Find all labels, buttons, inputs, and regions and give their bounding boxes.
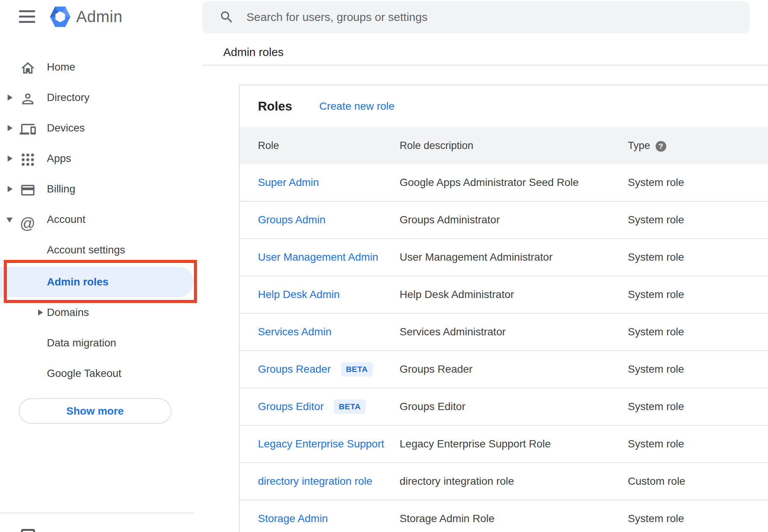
role-description: Help Desk Administrator (400, 288, 628, 301)
expand-right-icon[interactable] (8, 95, 13, 101)
table-row: User Management Admin User Management Ad… (240, 239, 768, 276)
search-icon (219, 10, 234, 25)
sidebar-item-directory[interactable]: Directory (0, 82, 202, 113)
sidebar-item-account-settings[interactable]: Account settings (0, 235, 202, 265)
sidebar-item-label: Home (47, 52, 75, 82)
sidebar-item-label: Google Takeout (47, 358, 122, 389)
role-cell: Groups Reader BETA (258, 362, 400, 377)
sidebar: Admin Home Directory Devices Apps Bil (0, 0, 202, 532)
role-link[interactable]: Groups Admin (258, 214, 325, 226)
sidebar-item-label: Account (47, 204, 85, 235)
role-type: Custom role (628, 475, 768, 487)
sidebar-divider (0, 513, 194, 513)
expand-right-icon[interactable] (38, 309, 43, 316)
sidebar-item-account[interactable]: @ Account (0, 204, 202, 235)
table-row: Groups Reader BETA Groups Reader System … (240, 351, 768, 388)
role-description: Legacy Enterprise Support Role (400, 438, 628, 450)
role-description: Google Apps Administrator Seed Role (400, 176, 628, 189)
expand-right-icon[interactable] (8, 186, 13, 192)
expand-down-icon[interactable] (6, 218, 13, 223)
role-cell: Services Admin (258, 326, 400, 338)
sidebar-item-billing[interactable]: Billing (0, 174, 202, 204)
credit-card-icon (20, 181, 36, 197)
sidebar-item-label: Directory (47, 82, 90, 113)
role-link[interactable]: Legacy Enterprise Support (258, 438, 384, 450)
search-bar[interactable] (202, 1, 750, 33)
sidebar-item-domains[interactable]: Domains (0, 297, 202, 328)
table-row: Groups Editor BETA Groups Editor System … (240, 388, 768, 426)
role-cell: directory integration role (258, 475, 400, 487)
role-link[interactable]: Storage Admin (258, 513, 328, 524)
sidebar-item-label: Billing (47, 174, 75, 204)
role-description: Groups Editor (400, 401, 628, 413)
role-cell: Groups Admin (258, 214, 400, 226)
table-row: Groups Admin Groups Administrator System… (240, 202, 768, 239)
role-cell: Help Desk Admin (258, 288, 400, 301)
breadcrumb: Admin roles (223, 46, 283, 59)
role-type: System role (628, 176, 768, 189)
role-link[interactable]: Groups Editor (258, 401, 324, 412)
role-cell: User Management Admin (258, 251, 400, 263)
role-type: System role (628, 438, 768, 450)
table-row: Legacy Enterprise Support Legacy Enterpr… (240, 426, 768, 463)
column-header-role: Role (258, 127, 279, 164)
card-title: Roles (258, 85, 292, 127)
role-link[interactable]: Help Desk Admin (258, 288, 340, 300)
role-link[interactable]: User Management Admin (258, 251, 378, 263)
content-divider (202, 65, 768, 66)
column-header-description: Role description (400, 127, 474, 164)
search-input[interactable] (246, 1, 734, 33)
table-row: Super Admin Google Apps Administrator Se… (240, 164, 768, 202)
table-body: Super Admin Google Apps Administrator Se… (240, 164, 768, 532)
person-icon (20, 90, 36, 106)
at-icon: @ (20, 212, 36, 228)
role-description: Groups Reader (400, 363, 628, 375)
table-row: Services Admin Services Administrator Sy… (240, 314, 768, 351)
role-cell: Groups Editor BETA (258, 399, 400, 414)
home-icon (20, 59, 36, 75)
create-new-role-link[interactable]: Create new role (319, 85, 395, 127)
clipped-bottom-icon (21, 529, 35, 532)
table-row: Help Desk Admin Help Desk Administrator … (240, 276, 768, 314)
card-header: Roles Create new role (240, 85, 768, 127)
sidebar-item-label: Account settings (47, 235, 125, 265)
role-type: System role (628, 401, 768, 413)
role-type: System role (628, 326, 768, 338)
sidebar-item-label: Domains (47, 297, 89, 328)
table-row: Storage Admin Storage Admin Role System … (240, 500, 768, 532)
role-type: System role (628, 288, 768, 301)
sidebar-item-data-migration[interactable]: Data migration (0, 328, 202, 358)
sidebar-item-label: Devices (47, 113, 85, 143)
role-description: User Management Administrator (400, 251, 628, 263)
sidebar-item-label: Data migration (47, 328, 116, 358)
expand-right-icon[interactable] (8, 125, 13, 131)
role-description: Groups Administrator (400, 214, 628, 226)
expand-right-icon[interactable] (8, 155, 13, 162)
help-icon[interactable]: ? (656, 141, 666, 152)
role-link[interactable]: Services Admin (258, 326, 331, 338)
beta-badge: BETA (341, 362, 373, 377)
sidebar-item-home[interactable]: Home (0, 52, 202, 82)
sidebar-item-label: Admin roles (47, 267, 109, 297)
table-header-row: Role Role description Type? (240, 127, 768, 164)
roles-card: Roles Create new role Role Role descript… (239, 85, 768, 532)
role-link[interactable]: directory integration role (258, 475, 372, 487)
role-link[interactable]: Super Admin (258, 176, 319, 188)
role-type: System role (628, 513, 768, 525)
column-header-type: Type? (628, 127, 666, 164)
role-cell: Super Admin (258, 176, 400, 189)
show-more-button[interactable]: Show more (19, 398, 171, 424)
sidebar-item-admin-roles[interactable]: Admin roles (0, 267, 194, 297)
role-cell: Storage Admin (258, 513, 400, 525)
role-type: System role (628, 363, 768, 375)
sidebar-item-google-takeout[interactable]: Google Takeout (0, 358, 202, 389)
role-type: System role (628, 214, 768, 226)
apps-grid-icon (20, 151, 36, 167)
app-title: Admin (76, 8, 123, 26)
table-row: directory integration role directory int… (240, 463, 768, 500)
role-link[interactable]: Groups Reader (258, 363, 331, 375)
menu-icon[interactable] (19, 10, 35, 23)
sidebar-item-apps[interactable]: Apps (0, 143, 202, 174)
sidebar-item-devices[interactable]: Devices (0, 113, 202, 143)
brand-row: Admin (0, 0, 202, 38)
